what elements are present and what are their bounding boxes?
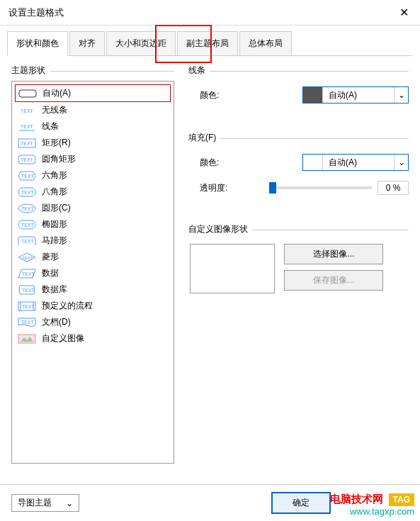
tab-size-margin[interactable]: 大小和页边距 xyxy=(106,31,176,55)
select-image-button[interactable]: 选择图像... xyxy=(284,244,383,264)
shape-item-auto[interactable]: 自动(A) xyxy=(15,84,171,102)
shape-ellipse-icon: TEXT xyxy=(18,220,36,230)
title-bar: 设置主题格式 ✕ xyxy=(0,0,420,26)
slider-thumb[interactable] xyxy=(269,182,276,194)
shape-list[interactable]: 自动(A) TEXT 无线条 TEXT 线条 TEXT 矩形(R) TEXT 圆… xyxy=(11,81,174,464)
shape-octagon-icon: TEXT xyxy=(18,187,36,197)
custom-image-area: 选择图像... 保存图像... xyxy=(188,240,409,296)
svg-text:TEXT: TEXT xyxy=(21,206,35,211)
shape-item-line[interactable]: TEXT 线条 xyxy=(15,118,171,135)
close-icon[interactable]: ✕ xyxy=(397,6,412,19)
shape-image-icon xyxy=(18,334,36,344)
chevron-down-icon[interactable]: ⌄ xyxy=(394,155,408,170)
fill-color-text: 自动(A) xyxy=(323,155,394,170)
line-color-row: 颜色: 自动(A) ⌄ xyxy=(200,86,409,103)
opacity-slider[interactable] xyxy=(269,186,372,189)
line-color-label: 颜色: xyxy=(200,89,235,101)
svg-text:TEXT: TEXT xyxy=(21,223,35,228)
right-column: 线条 颜色: 自动(A) ⌄ 填充(F) 颜色: 自动(A) ⌄ 透明度: 0 … xyxy=(188,65,409,464)
image-preview xyxy=(190,244,275,293)
line-group-label: 线条 xyxy=(188,65,409,77)
line-color-select[interactable]: 自动(A) ⌄ xyxy=(302,86,409,103)
shape-roundrect-icon: TEXT xyxy=(18,155,36,164)
svg-text:TEXT: TEXT xyxy=(21,108,34,113)
tab-bar: 形状和颜色 对齐 大小和页边距 副主题布局 总体布局 xyxy=(7,31,413,56)
shape-line-icon: TEXT xyxy=(18,122,36,132)
svg-text:TEXT: TEXT xyxy=(21,157,34,162)
chevron-down-icon: ⌄ xyxy=(66,498,73,508)
shape-document-icon: TEXT xyxy=(18,318,36,327)
svg-text:TEXT: TEXT xyxy=(22,271,35,276)
shape-item-document[interactable]: TEXT 文档(D) xyxy=(15,314,171,330)
tab-align[interactable]: 对齐 xyxy=(69,31,105,55)
shape-item-circle[interactable]: TEXT 圆形(C) xyxy=(15,200,171,216)
shape-item-hexagon[interactable]: TEXT 六角形 xyxy=(15,167,171,184)
topic-select[interactable]: 导图主题 ⌄ xyxy=(11,494,79,512)
line-color-text: 自动(A) xyxy=(323,87,394,103)
svg-text:TEXT: TEXT xyxy=(21,190,35,195)
svg-text:TEXT: TEXT xyxy=(21,320,35,325)
opacity-value[interactable]: 0 % xyxy=(378,181,409,195)
watermark-tag: TAG xyxy=(389,493,414,506)
shape-item-diamond[interactable]: TEXT 菱形 xyxy=(15,249,171,265)
shape-predefined-icon: TEXT xyxy=(18,301,36,311)
svg-rect-27 xyxy=(18,335,35,343)
shape-item-roundrect[interactable]: TEXT 圆角矩形 xyxy=(15,151,171,167)
image-buttons: 选择图像... 保存图像... xyxy=(284,244,383,296)
shape-rect-icon: TEXT xyxy=(18,138,36,148)
shape-database-icon: TEXT xyxy=(18,285,36,295)
shape-diamond-icon: TEXT xyxy=(18,252,36,262)
shape-auto-icon xyxy=(18,89,37,99)
watermark-url: www.tagxp.com xyxy=(330,506,414,517)
line-color-swatch xyxy=(303,87,323,103)
dialog-title: 设置主题格式 xyxy=(8,6,64,19)
svg-text:TEXT: TEXT xyxy=(21,124,34,129)
tab-sub-layout[interactable]: 副主题布局 xyxy=(177,31,238,55)
watermark-text: 电脑技术网 xyxy=(330,493,383,505)
custom-image-group-label: 自定义图像形状 xyxy=(188,223,409,235)
svg-text:TEXT: TEXT xyxy=(22,304,35,309)
shape-item-predefined[interactable]: TEXT 预定义的流程 xyxy=(15,298,171,314)
svg-text:TEXT: TEXT xyxy=(21,239,35,244)
fill-group-label: 填充(F) xyxy=(188,132,409,144)
shape-item-octagon[interactable]: TEXT 八角形 xyxy=(15,184,171,200)
svg-text:TEXT: TEXT xyxy=(22,288,35,293)
tab-overall-layout[interactable]: 总体布局 xyxy=(239,31,292,55)
fill-color-swatch xyxy=(303,155,323,170)
opacity-row: 透明度: 0 % xyxy=(200,181,409,195)
ok-button[interactable]: 确定 xyxy=(271,492,331,514)
svg-text:TEXT: TEXT xyxy=(21,141,34,146)
shape-horseshoe-icon: TEXT xyxy=(18,236,36,246)
shape-item-data[interactable]: TEXT 数据 xyxy=(15,265,171,281)
shape-item-noline[interactable]: TEXT 无线条 xyxy=(15,102,171,118)
content-area: 主题形状 自动(A) TEXT 无线条 TEXT 线条 TEXT 矩形(R) T… xyxy=(0,56,420,472)
fill-color-label: 颜色: xyxy=(200,157,235,169)
left-column: 主题形状 自动(A) TEXT 无线条 TEXT 线条 TEXT 矩形(R) T… xyxy=(11,65,174,464)
save-image-button: 保存图像... xyxy=(284,270,383,291)
shape-item-custom-image[interactable]: 自定义图像 xyxy=(15,330,171,347)
fill-color-row: 颜色: 自动(A) ⌄ xyxy=(200,154,409,171)
svg-text:TEXT: TEXT xyxy=(21,174,35,179)
svg-text:TEXT: TEXT xyxy=(22,256,33,260)
chevron-down-icon[interactable]: ⌄ xyxy=(394,87,408,103)
shape-noline-icon: TEXT xyxy=(18,106,36,116)
shape-item-ellipse[interactable]: TEXT 椭圆形 xyxy=(15,216,171,233)
opacity-label: 透明度: xyxy=(200,182,235,194)
shape-circle-icon: TEXT xyxy=(18,203,36,213)
tab-shape-color[interactable]: 形状和颜色 xyxy=(7,31,68,56)
shape-group-label: 主题形状 xyxy=(11,65,174,77)
fill-color-select[interactable]: 自动(A) ⌄ xyxy=(302,154,409,171)
shape-item-database[interactable]: TEXT 数据库 xyxy=(15,281,171,298)
shape-item-horseshoe[interactable]: TEXT 马蹄形 xyxy=(15,233,171,249)
shape-hexagon-icon: TEXT xyxy=(18,171,36,181)
shape-item-rect[interactable]: TEXT 矩形(R) xyxy=(15,135,171,151)
watermark: 电脑技术网 TAG www.tagxp.com xyxy=(330,493,414,517)
svg-rect-0 xyxy=(19,90,36,97)
shape-data-icon: TEXT xyxy=(18,269,36,279)
